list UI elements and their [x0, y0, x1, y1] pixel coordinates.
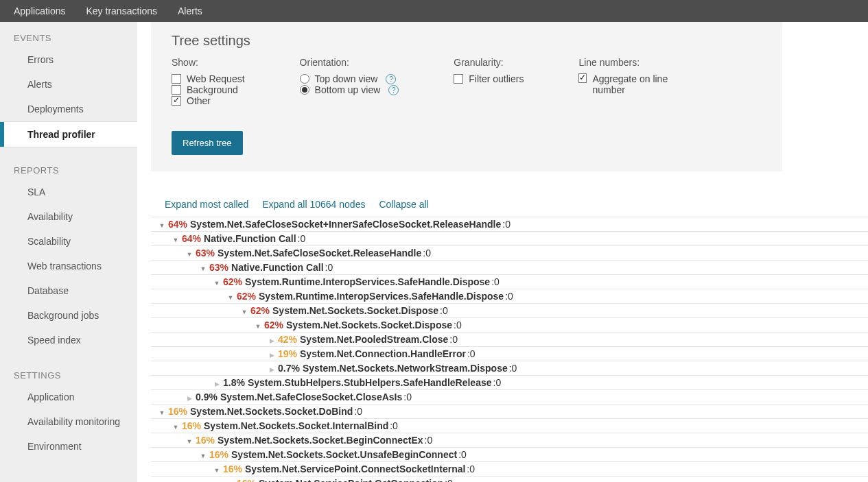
- expand-icon[interactable]: [268, 334, 276, 345]
- sidebar-item[interactable]: Thread profiler: [0, 121, 137, 147]
- sidebar-item[interactable]: Database: [0, 278, 137, 303]
- sidebar-item[interactable]: Deployments: [0, 97, 137, 121]
- show-option-checkbox[interactable]: [172, 74, 181, 84]
- collapse-icon[interactable]: [226, 478, 235, 482]
- top-nav-item[interactable]: Applications: [14, 5, 66, 16]
- sidebar-item[interactable]: Background jobs: [0, 303, 137, 328]
- collapse-icon[interactable]: [254, 320, 262, 330]
- collapse-icon[interactable]: [213, 276, 221, 287]
- tree-row[interactable]: 62%System.Net.Sockets.Socket.Dispose :0: [151, 317, 868, 332]
- tree-row-suffix: :0: [298, 233, 306, 244]
- filter-outliers-checkbox[interactable]: [454, 74, 463, 84]
- tree-row-suffix: :0: [491, 276, 500, 287]
- line-numbers-column: Line numbers: Aggregate on line number: [578, 57, 681, 106]
- tree-row-percent: 16%: [237, 478, 256, 482]
- collapse-icon[interactable]: [172, 420, 180, 431]
- sidebar-item[interactable]: Speed index: [0, 328, 137, 352]
- tree-row[interactable]: 16%System.Net.ServicePoint.ConnectSocket…: [151, 461, 868, 476]
- tree-row-percent: 16%: [168, 406, 187, 417]
- expand-most-called-link[interactable]: Expand most called: [165, 199, 248, 210]
- tree-row[interactable]: 63%Native.Function Call :0: [151, 260, 868, 274]
- orientation-column: Orientation: Top down view?Bottom up vie…: [300, 57, 399, 106]
- show-option-row[interactable]: Background: [172, 84, 245, 95]
- show-option-row[interactable]: Other: [172, 95, 245, 106]
- collapse-icon[interactable]: [199, 449, 207, 460]
- orientation-radio[interactable]: [300, 74, 309, 84]
- refresh-tree-button[interactable]: Refresh tree: [172, 131, 243, 155]
- show-option-label: Other: [187, 95, 211, 106]
- tree-row[interactable]: 19%System.Net.Connection.HandleError :0: [151, 346, 868, 361]
- tree-row-percent: 0.9%: [196, 391, 218, 402]
- sidebar-item[interactable]: SLA: [0, 180, 137, 204]
- tree-row-name: Native.Function Call: [231, 262, 324, 273]
- tree-row[interactable]: 63%System.Net.SafeCloseSocket.ReleaseHan…: [151, 245, 868, 260]
- collapse-icon[interactable]: [185, 435, 193, 446]
- collapse-all-link[interactable]: Collapse all: [379, 199, 428, 210]
- tree-row[interactable]: 62%System.Net.Sockets.Socket.Dispose :0: [151, 303, 868, 317]
- collapse-icon[interactable]: [158, 406, 166, 417]
- tree-row-suffix: :0: [467, 348, 476, 359]
- sidebar-item[interactable]: Availability: [0, 204, 137, 229]
- tree-row[interactable]: 16%System.Net.Sockets.Socket.InternalBin…: [151, 418, 868, 433]
- tree-row-suffix: :0: [467, 463, 475, 474]
- tree-row[interactable]: 1.8%System.StubHelpers.StubHelpers.SafeH…: [151, 375, 868, 389]
- help-icon[interactable]: ?: [386, 74, 396, 84]
- tree-row[interactable]: 62%System.Runtime.InteropServices.SafeHa…: [151, 289, 868, 303]
- tree-row[interactable]: 42%System.Net.PooledStream.Close :0: [151, 332, 868, 346]
- tree-row-suffix: :0: [458, 449, 467, 460]
- show-option-checkbox[interactable]: [172, 96, 181, 106]
- aggregate-line-row[interactable]: Aggregate on line number: [578, 73, 681, 95]
- help-icon[interactable]: ?: [388, 85, 399, 95]
- collapse-icon[interactable]: [213, 463, 221, 474]
- collapse-icon[interactable]: [158, 219, 166, 230]
- collapse-icon[interactable]: [226, 291, 235, 302]
- sidebar-item[interactable]: Availability monitoring: [0, 409, 137, 434]
- orientation-option-row[interactable]: Bottom up view?: [300, 84, 399, 95]
- tree-row-suffix: :0: [440, 305, 448, 316]
- tree-row-name: System.Net.Sockets.Socket.BeginConnectEx: [218, 435, 423, 446]
- tree-row[interactable]: 62%System.Runtime.InteropServices.SafeHa…: [151, 274, 868, 289]
- expand-all-link[interactable]: Expand all 10664 nodes: [262, 199, 365, 210]
- tree-row-suffix: :0: [325, 262, 333, 273]
- expand-icon[interactable]: [268, 348, 276, 359]
- tree-row-name: System.Net.PooledStream.Close: [300, 334, 448, 345]
- expand-icon[interactable]: [185, 391, 193, 402]
- sidebar-item[interactable]: Application: [0, 385, 137, 409]
- filter-outliers-label: Filter outliers: [469, 73, 524, 84]
- aggregate-line-checkbox[interactable]: [578, 73, 587, 83]
- tree-row[interactable]: 16%System.Net.Sockets.Socket.UnsafeBegin…: [151, 447, 868, 461]
- show-option-row[interactable]: Web Request: [172, 73, 245, 84]
- show-option-checkbox[interactable]: [172, 85, 181, 95]
- tree-row[interactable]: 16%System.Net.Sockets.Socket.BeginConnec…: [151, 433, 868, 447]
- sidebar-item[interactable]: Alerts: [0, 72, 137, 97]
- tree-row-suffix: :0: [454, 320, 462, 330]
- tree-row[interactable]: 0.9%System.Net.SafeCloseSocket.CloseAsIs…: [151, 389, 868, 404]
- collapse-icon[interactable]: [199, 262, 207, 273]
- expand-icon[interactable]: [268, 363, 276, 374]
- orientation-option-row[interactable]: Top down view?: [300, 73, 399, 84]
- top-nav-item[interactable]: Alerts: [178, 5, 202, 16]
- tree-row-name: Native.Function Call: [204, 233, 296, 244]
- tree-row-suffix: :0: [390, 420, 398, 431]
- sidebar-item[interactable]: Scalability: [0, 229, 137, 254]
- line-numbers-label: Line numbers:: [578, 57, 681, 68]
- expand-icon[interactable]: [213, 377, 221, 388]
- content-area: Tree settings Show: Web RequestBackgroun…: [137, 22, 868, 482]
- tree-row-name: System.Runtime.InteropServices.SafeHandl…: [245, 276, 490, 287]
- collapse-icon[interactable]: [172, 233, 180, 244]
- sidebar-item[interactable]: Errors: [0, 47, 137, 72]
- filter-outliers-row[interactable]: Filter outliers: [454, 73, 524, 84]
- sidebar-item[interactable]: Environment: [0, 434, 137, 459]
- orientation-radio[interactable]: [300, 85, 309, 95]
- tree-row[interactable]: 64%System.Net.SafeCloseSocket+InnerSafeC…: [151, 217, 868, 231]
- tree-row[interactable]: 16%System.Net.ServicePoint.GetConnection…: [151, 476, 868, 482]
- tree-row[interactable]: 16%System.Net.Sockets.Socket.DoBind :0: [151, 404, 868, 418]
- collapse-icon[interactable]: [185, 248, 193, 258]
- tree-row[interactable]: 64%Native.Function Call :0: [151, 231, 868, 245]
- tree-row-name: System.Net.Connection.HandleError: [300, 348, 466, 359]
- sidebar-item[interactable]: Web transactions: [0, 254, 137, 278]
- tree-row-percent: 64%: [182, 233, 201, 244]
- tree-row[interactable]: 0.7%System.Net.Sockets.NetworkStream.Dis…: [151, 361, 868, 375]
- collapse-icon[interactable]: [240, 305, 248, 316]
- top-nav-item[interactable]: Key transactions: [86, 5, 158, 16]
